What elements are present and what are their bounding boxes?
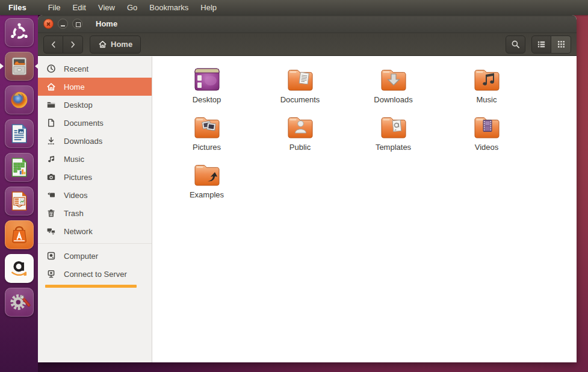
places-sidebar: Recent Home Desktop Documents Downloads [38, 57, 152, 362]
grid-view-button[interactable] [551, 36, 571, 54]
unity-launcher [0, 15, 38, 372]
sidebar-item-computer[interactable]: Computer [38, 247, 152, 265]
harddisk-icon [46, 251, 56, 261]
file-item-label: Downloads [374, 95, 412, 104]
folder-templates-icon [379, 113, 408, 141]
folder-documents-icon [286, 65, 315, 94]
firefox-icon[interactable] [5, 85, 34, 114]
sidebar-item-label: Home [64, 82, 85, 91]
calc-spreadsheet [7, 155, 31, 179]
menu-file[interactable]: File [42, 0, 67, 15]
file-item-label: Videos [475, 143, 499, 152]
file-item-examples[interactable]: Examples [160, 160, 253, 208]
folder-music-icon [472, 65, 501, 94]
focused-indicator-arrow [35, 63, 39, 69]
file-item-label: Music [477, 95, 497, 104]
sidebar-item-connect-to-server[interactable]: Connect to Server [38, 265, 152, 283]
sidebar-item-label: Recent [64, 64, 88, 73]
menu-help[interactable]: Help [194, 0, 223, 15]
folder-view: Desktop Documents [152, 57, 577, 362]
sidebar-item-label: Computer [64, 252, 98, 261]
writer-document [7, 122, 31, 146]
file-item-label: Desktop [193, 95, 221, 104]
trash-icon [46, 208, 56, 218]
server-monitor-icon [46, 269, 56, 279]
camera-icon [46, 172, 56, 182]
shopping-bag [7, 223, 31, 247]
software-center-icon[interactable] [5, 220, 34, 249]
home-icon [98, 40, 107, 49]
sidebar-item-label: Trash [64, 209, 84, 218]
app-name: Files [8, 3, 26, 12]
sidebar-item-desktop[interactable]: Desktop [38, 96, 152, 114]
sidebar-item-documents[interactable]: Documents [38, 114, 152, 132]
clock-icon [46, 64, 56, 73]
ubuntu-logo [7, 20, 31, 45]
sidebar-item-downloads[interactable]: Downloads [38, 132, 152, 150]
file-item-public[interactable]: Public [253, 113, 347, 160]
sidebar-item-music[interactable]: Music [38, 150, 152, 168]
forward-icon [69, 40, 77, 49]
menu-go[interactable]: Go [121, 0, 143, 15]
back-button[interactable] [43, 36, 63, 54]
amazon-icon[interactable] [5, 254, 34, 283]
sidebar-item-trash[interactable]: Trash [38, 204, 152, 222]
video-camera-icon [46, 190, 56, 200]
toolbar: Home [38, 33, 577, 56]
folder-downloads-icon [379, 65, 408, 94]
sidebar-item-label: Downloads [64, 137, 102, 146]
close-icon[interactable] [43, 19, 54, 29]
window-titlebar[interactable]: Home [38, 15, 577, 33]
file-item-label: Pictures [193, 143, 221, 152]
list-view-icon [537, 40, 546, 49]
file-item-label: Templates [376, 143, 411, 152]
maximize-icon[interactable] [72, 19, 82, 29]
sidebar-item-home[interactable]: Home [38, 78, 152, 96]
search-icon [511, 40, 520, 49]
folder-shortcut-icon [193, 160, 221, 189]
breadcrumb-home-button[interactable]: Home [90, 36, 141, 54]
menu-view[interactable]: View [92, 0, 121, 15]
search-button[interactable] [506, 36, 525, 54]
breadcrumb-label: Home [111, 40, 132, 49]
file-item-documents[interactable]: Documents [253, 65, 347, 113]
sidebar-item-label: Connect to Server [64, 270, 127, 279]
system-settings-icon[interactable] [5, 288, 34, 317]
libreoffice-impress-icon[interactable] [5, 187, 34, 215]
sidebar-item-label: Network [64, 227, 93, 236]
file-item-desktop[interactable]: Desktop [160, 65, 253, 113]
amazon-logo [7, 256, 31, 281]
file-item-videos[interactable]: Videos [440, 113, 533, 160]
sidebar-item-videos[interactable]: Videos [38, 186, 152, 204]
file-item-templates[interactable]: Templates [347, 113, 440, 160]
sidebar-item-label: Music [64, 155, 84, 164]
orange-underline-bar [45, 285, 137, 288]
menu-bookmarks[interactable]: Bookmarks [143, 0, 194, 15]
menu-edit[interactable]: Edit [67, 0, 92, 15]
libreoffice-writer-icon[interactable] [5, 119, 34, 148]
sidebar-item-recent[interactable]: Recent [38, 60, 152, 78]
file-item-downloads[interactable]: Downloads [347, 65, 440, 113]
file-item-label: Examples [190, 190, 224, 199]
view-toggle-group [531, 36, 571, 54]
list-view-button[interactable] [531, 36, 551, 54]
minimize-icon[interactable] [58, 19, 68, 29]
file-item-music[interactable]: Music [440, 65, 533, 113]
global-menu-bar: Files File Edit View Go Bookmarks Help [0, 0, 588, 15]
file-item-pictures[interactable]: Pictures [160, 113, 253, 160]
file-item-label: Documents [280, 95, 320, 104]
forward-button[interactable] [63, 36, 83, 54]
file-item-label: Public [289, 143, 311, 152]
gear-wrench [7, 290, 31, 314]
files-icon[interactable] [5, 52, 34, 81]
window-title: Home [96, 19, 117, 28]
libreoffice-calc-icon[interactable] [5, 153, 34, 182]
sidebar-item-network[interactable]: Network [38, 222, 152, 240]
file-manager-window: Home Home [38, 15, 577, 362]
running-indicator-arrow [0, 63, 4, 69]
folder-pictures-icon [193, 113, 221, 141]
ubuntu-dash-icon[interactable] [5, 18, 34, 47]
document-icon [46, 118, 56, 128]
sidebar-item-pictures[interactable]: Pictures [38, 168, 152, 186]
file-cabinet [7, 54, 31, 78]
